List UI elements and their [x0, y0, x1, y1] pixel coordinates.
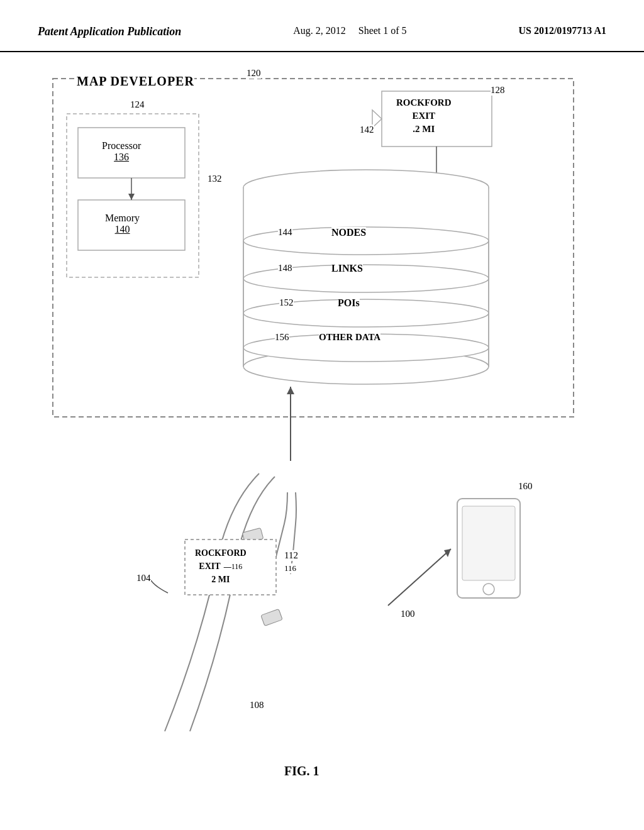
memory-label: Memory 140 — [105, 213, 140, 235]
ref-100: 100 — [401, 609, 415, 619]
ref-108: 108 — [250, 700, 264, 711]
figure-label: FIG. 1 — [284, 764, 319, 778]
processor-label: Processor 136 — [102, 140, 141, 163]
processor-num: 136 — [102, 152, 141, 163]
page: Patent Application Publication Aug. 2, 2… — [0, 0, 644, 830]
diagram-svg — [39, 71, 605, 794]
links-label: LINKS — [331, 263, 363, 274]
road-sign-bottom: ROCKFORD EXIT —116 2 MI — [195, 546, 247, 586]
ref-160: 160 — [518, 481, 533, 492]
page-header: Patent Application Publication Aug. 2, 2… — [0, 0, 644, 52]
sheet-number: Sheet 1 of 5 — [358, 25, 407, 36]
ref-152: 152 — [279, 297, 294, 308]
publication-title: Patent Application Publication — [38, 25, 181, 38]
svg-point-14 — [243, 349, 489, 384]
svg-point-10 — [243, 170, 489, 205]
ref-104: 104 — [136, 573, 151, 584]
map-developer-num: 120 — [247, 68, 261, 79]
pois-label: POIs — [338, 297, 360, 309]
svg-marker-31 — [444, 549, 451, 557]
sign-top: ROCKFORD EXIT .2 MI — [396, 96, 452, 136]
ref-142: 142 — [360, 124, 374, 135]
svg-point-29 — [483, 584, 494, 595]
svg-rect-28 — [462, 506, 515, 580]
diagram-area: MAP DEVELOPER 120 124 Processor 136 Memo… — [39, 71, 605, 794]
svg-rect-24 — [242, 528, 264, 543]
nodes-label: NODES — [331, 227, 366, 238]
publication-date: Aug. 2, 2012 — [293, 25, 346, 36]
map-developer-label: MAP DEVELOPER — [77, 74, 194, 89]
patent-number: US 2012/0197713 A1 — [518, 25, 606, 36]
ref-124: 124 — [130, 99, 145, 110]
ref-156: 156 — [275, 332, 289, 343]
svg-line-30 — [388, 549, 451, 606]
svg-rect-27 — [457, 499, 520, 598]
ref-128: 128 — [491, 85, 505, 96]
ref-144: 144 — [278, 227, 292, 238]
svg-rect-0 — [53, 79, 574, 417]
ref-148: 148 — [278, 263, 292, 274]
ref-112: 112 — [284, 550, 298, 561]
exit-ref-label: 116 — [284, 563, 296, 573]
svg-marker-23 — [287, 387, 294, 394]
sheet-info: Aug. 2, 2012 Sheet 1 of 5 — [293, 25, 406, 36]
svg-marker-9 — [433, 175, 440, 183]
ref-116: 116 — [231, 562, 243, 571]
ref-132: 132 — [208, 174, 222, 184]
memory-num: 140 — [105, 224, 140, 235]
other-data-label: OTHER DATA — [319, 332, 380, 343]
svg-rect-1 — [67, 114, 199, 277]
svg-marker-5 — [128, 194, 135, 200]
svg-rect-25 — [261, 609, 282, 626]
